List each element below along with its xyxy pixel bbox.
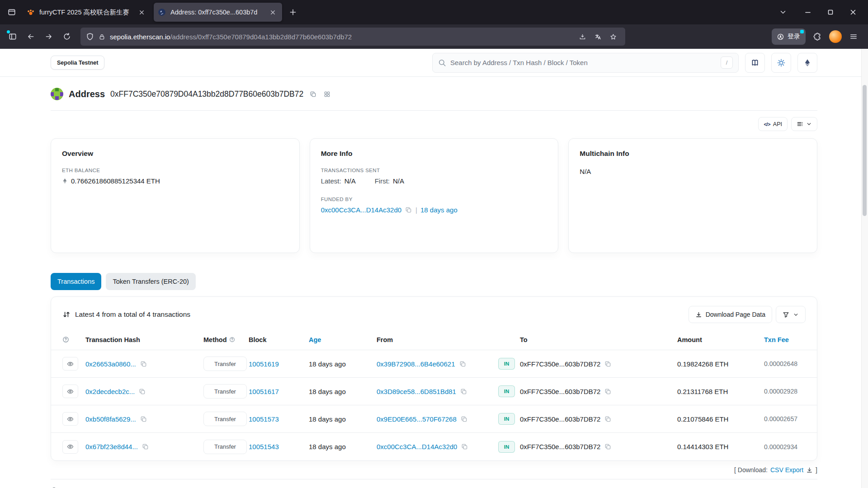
minimize-button[interactable] bbox=[797, 0, 819, 24]
copy-icon[interactable] bbox=[405, 206, 412, 214]
col-age-sort[interactable]: Age bbox=[309, 336, 377, 343]
block-link[interactable]: 10051617 bbox=[249, 388, 279, 395]
copy-icon[interactable] bbox=[460, 415, 468, 423]
notification-dot bbox=[7, 30, 10, 33]
copy-icon[interactable] bbox=[460, 388, 467, 395]
sidebar-toggle-button[interactable] bbox=[5, 28, 21, 45]
browser-tab-ctf[interactable]: furryCTF 2025 高校联合新生赛 bbox=[23, 3, 151, 22]
col-to: To bbox=[520, 336, 677, 343]
preview-txn-eye-icon[interactable] bbox=[62, 357, 78, 371]
list-all-tabs-button[interactable] bbox=[775, 4, 791, 20]
back-button[interactable] bbox=[23, 28, 39, 45]
col-block: Block bbox=[249, 336, 309, 343]
txn-hash-link[interactable]: 0xb50f8fa5629... bbox=[85, 415, 136, 423]
address-identicon-avatar bbox=[51, 88, 63, 100]
method-chip[interactable]: Transfer bbox=[203, 440, 247, 454]
from-address-link[interactable]: 0x9ED0E665...570F67268 bbox=[377, 415, 457, 423]
reload-button[interactable] bbox=[59, 28, 75, 45]
scrollbar-thumb[interactable] bbox=[863, 85, 867, 216]
firefox-signin-button[interactable]: 登录 bbox=[772, 28, 806, 45]
api-button[interactable]: </> API bbox=[758, 117, 788, 131]
url-bar[interactable]: sepolia.etherscan.io/address/0xff7c350e7… bbox=[80, 28, 625, 46]
amount-cell: 0.21311768 ETH bbox=[677, 388, 764, 395]
copy-icon[interactable] bbox=[138, 388, 146, 395]
extensions-puzzle-icon[interactable] bbox=[809, 28, 826, 45]
method-help-icon[interactable] bbox=[229, 337, 235, 343]
method-chip[interactable]: Transfer bbox=[203, 412, 247, 426]
block-link[interactable]: 10051573 bbox=[249, 415, 279, 423]
txn-hash-link[interactable]: 0x67bf23e8d44... bbox=[85, 443, 138, 450]
download-page-data-button[interactable]: Download Page Data bbox=[689, 306, 772, 323]
forward-button[interactable] bbox=[41, 28, 57, 45]
profile-avatar[interactable] bbox=[829, 30, 842, 43]
close-window-button[interactable] bbox=[842, 0, 864, 24]
copy-icon[interactable] bbox=[461, 443, 468, 450]
to-address: 0xFF7C350e...603b7DB72 bbox=[520, 415, 600, 423]
preview-txn-eye-icon[interactable] bbox=[62, 440, 78, 454]
tab-transactions[interactable]: Transactions bbox=[51, 273, 101, 290]
copy-address-icon[interactable] bbox=[309, 90, 317, 99]
multichain-value: N/A bbox=[580, 168, 806, 175]
col-transaction-hash: Transaction Hash bbox=[85, 336, 203, 343]
new-tab-button[interactable] bbox=[285, 4, 301, 20]
eth-balance-value: 0.766261860885125344 ETH bbox=[71, 177, 160, 185]
docs-book-button[interactable] bbox=[745, 53, 765, 73]
txn-hash-link[interactable]: 0x2decdecb2c... bbox=[85, 388, 135, 395]
txn-hash-link[interactable]: 0x26653a0860... bbox=[85, 360, 136, 368]
search-input[interactable] bbox=[450, 59, 717, 66]
copy-icon[interactable] bbox=[140, 415, 147, 423]
translate-icon[interactable] bbox=[591, 30, 604, 43]
copy-icon[interactable] bbox=[604, 415, 612, 423]
tab-token-transfers[interactable]: Token Transfers (ERC-20) bbox=[106, 273, 195, 290]
network-badge[interactable]: Sepolia Testnet bbox=[51, 56, 104, 70]
method-chip[interactable]: Transfer bbox=[203, 384, 247, 399]
block-link[interactable]: 10051543 bbox=[249, 443, 279, 450]
display-options-button[interactable] bbox=[791, 117, 817, 131]
age-cell: 18 days ago bbox=[309, 443, 377, 450]
book-icon bbox=[751, 59, 759, 67]
csv-export-link[interactable]: CSV Export bbox=[770, 466, 803, 474]
network-switch-button[interactable] bbox=[797, 53, 817, 73]
first-label: First: bbox=[375, 177, 390, 185]
filter-button[interactable] bbox=[776, 306, 806, 323]
tracking-protection-shield-icon[interactable] bbox=[86, 33, 94, 41]
funded-by-label: FUNDED BY bbox=[321, 197, 547, 202]
firefox-view-button[interactable] bbox=[4, 4, 20, 20]
save-page-icon[interactable] bbox=[576, 30, 589, 43]
browser-tab-etherscan[interactable]: Address: 0xff7c350e...603b7d bbox=[154, 3, 282, 22]
api-toolbar: </> API bbox=[51, 117, 817, 131]
eth-balance-label: ETH BALANCE bbox=[62, 168, 288, 173]
preview-txn-eye-icon[interactable] bbox=[62, 412, 78, 426]
download-suffix: ] bbox=[816, 466, 817, 474]
col-txn-fee[interactable]: Txn Fee bbox=[764, 336, 806, 343]
page-scrollbar[interactable] bbox=[861, 49, 868, 488]
paw-favicon-icon bbox=[27, 8, 35, 16]
from-address-link[interactable]: 0x3D89ce58...6D851Bd81 bbox=[377, 388, 456, 395]
from-address-link[interactable]: 0xc00Cc3CA...D14Ac32d0 bbox=[377, 443, 457, 450]
tab-close-icon[interactable] bbox=[136, 7, 147, 18]
theme-toggle-button[interactable] bbox=[771, 53, 791, 73]
block-link[interactable]: 10051619 bbox=[249, 360, 279, 368]
tab-close-icon[interactable] bbox=[267, 7, 278, 18]
copy-icon[interactable] bbox=[459, 360, 467, 368]
help-question-icon[interactable] bbox=[62, 336, 69, 343]
funder-address-link[interactable]: 0xc00Cc3CA...D14Ac32d0 bbox=[321, 206, 401, 214]
fee-cell: 0.00002934 bbox=[764, 443, 806, 450]
copy-icon[interactable] bbox=[140, 360, 147, 368]
bookmark-star-icon[interactable] bbox=[606, 30, 620, 43]
menu-hamburger-icon[interactable] bbox=[845, 28, 862, 45]
copy-icon[interactable] bbox=[604, 360, 612, 368]
from-address-link[interactable]: 0x39B72908...6B4e60621 bbox=[377, 360, 455, 368]
qr-grid-icon[interactable] bbox=[323, 90, 331, 99]
lock-icon[interactable] bbox=[99, 33, 105, 40]
copy-icon[interactable] bbox=[604, 388, 612, 395]
amount-cell: 0.21075846 ETH bbox=[677, 415, 764, 423]
copy-icon[interactable] bbox=[142, 443, 149, 450]
transactions-card: Latest 4 from a total of 4 transactions … bbox=[51, 296, 817, 461]
method-chip[interactable]: Transfer bbox=[203, 357, 247, 371]
funded-age-link[interactable]: 18 days ago bbox=[420, 206, 458, 214]
preview-txn-eye-icon[interactable] bbox=[62, 385, 78, 398]
maximize-button[interactable] bbox=[819, 0, 842, 24]
chevron-down-icon bbox=[793, 312, 799, 318]
copy-icon[interactable] bbox=[604, 443, 612, 450]
